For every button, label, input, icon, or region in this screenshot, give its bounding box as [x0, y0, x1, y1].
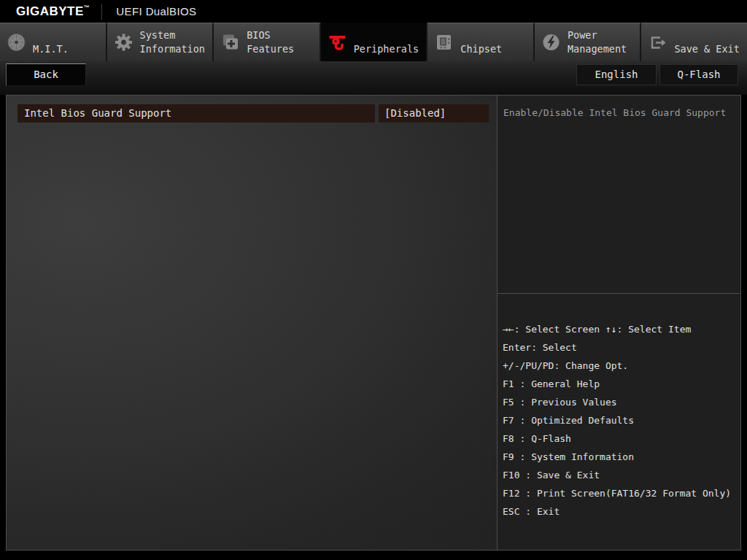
- tab-chipset[interactable]: Chipset: [427, 23, 535, 61]
- bios-chip-icon: [220, 33, 240, 52]
- tab-power-management[interactable]: Power Management: [535, 23, 642, 61]
- option-description: Enable/Disable Intel Bios Guard Support: [498, 96, 740, 294]
- help-line: F7 : Optimized Defaults: [503, 411, 739, 429]
- lightning-icon: [541, 33, 561, 52]
- fan-icon: [7, 33, 26, 52]
- qflash-button[interactable]: Q-Flash: [659, 64, 738, 85]
- help-line: F9 : System Information: [503, 448, 739, 466]
- help-line: →←: Select Screen ↑↓: Select Item: [503, 320, 739, 338]
- key-help-list: →←: Select Screen ↑↓: Select Item Enter:…: [498, 294, 740, 521]
- tab-mit[interactable]: M.I.T.: [0, 23, 107, 61]
- gear-icon: [114, 33, 133, 52]
- peripherals-icon: [328, 33, 347, 52]
- chipset-icon: [434, 33, 454, 52]
- help-line: F1 : General Help: [503, 375, 739, 393]
- tab-label: Peripherals: [354, 42, 419, 56]
- help-line: F8 : Q-Flash: [503, 429, 739, 448]
- tab-label: Chipset: [460, 42, 502, 56]
- brand-divider: [101, 4, 102, 20]
- help-line: F12 : Print Screen(FAT16/32 Format Only): [503, 484, 739, 502]
- option-label: Intel Bios Guard Support: [18, 104, 375, 122]
- toolbar: Back English Q-Flash: [0, 61, 747, 95]
- help-line: ESC : Exit: [503, 502, 739, 521]
- help-line: Enter: Select: [503, 338, 739, 357]
- option-value[interactable]: [Disabled]: [379, 104, 489, 122]
- tab-label: Power Management: [568, 28, 627, 56]
- tab-save-exit[interactable]: Save & Exit: [641, 23, 747, 61]
- help-line: F5 : Previous Values: [503, 393, 739, 411]
- tab-peripherals[interactable]: Peripherals: [321, 23, 428, 61]
- gigabyte-logo: GIGABYTE™: [16, 4, 90, 19]
- tab-bios-features[interactable]: BIOS Features: [214, 23, 321, 61]
- option-row-intel-bios-guard[interactable]: Intel Bios Guard Support [Disabled]: [18, 104, 489, 122]
- tab-bar: M.I.T. System Information: [0, 23, 747, 61]
- top-brand-bar: GIGABYTE™ UEFI DualBIOS: [0, 0, 747, 23]
- trademark-symbol: ™: [84, 4, 90, 11]
- exit-door-icon: [648, 33, 667, 52]
- tab-label: Save & Exit: [674, 42, 739, 56]
- language-button[interactable]: English: [576, 64, 657, 85]
- tab-label: M.I.T.: [33, 42, 69, 56]
- tab-label: BIOS Features: [247, 28, 294, 56]
- settings-panel: Intel Bios Guard Support [Disabled]: [7, 96, 498, 550]
- help-panel: Enable/Disable Intel Bios Guard Support …: [498, 96, 740, 550]
- bios-title: UEFI DualBIOS: [116, 5, 196, 18]
- help-line: +/-/PU/PD: Change Opt.: [503, 357, 739, 375]
- content-area: Intel Bios Guard Support [Disabled] Enab…: [6, 95, 741, 551]
- help-line: F10 : Save & Exit: [503, 466, 739, 484]
- tab-system-information[interactable]: System Information: [107, 23, 214, 61]
- back-button[interactable]: Back: [6, 63, 86, 86]
- tab-label: System Information: [140, 28, 205, 56]
